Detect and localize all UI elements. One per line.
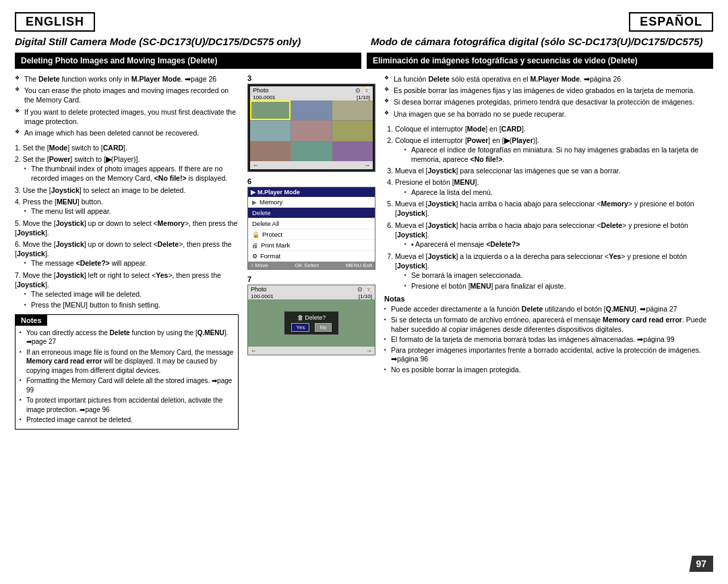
left-arrow: ← <box>253 162 259 169</box>
menu-delete-all: Delete All <box>248 218 375 229</box>
menu-protect: 🔒 Protect <box>248 229 375 240</box>
header-row: ENGLISH ESPAÑOL <box>15 12 713 32</box>
notas-list: Puede acceder directamente a la función … <box>384 305 713 374</box>
del-card-icon: 🃏 <box>365 286 372 293</box>
photo-grid <box>250 100 373 161</box>
note-1: You can directly access the Delete funct… <box>20 328 234 347</box>
en-steps: 1. Set the [Mode] switch to [CARD]. 2. S… <box>15 143 239 310</box>
memory-label: Memory <box>260 198 282 206</box>
memory-icon: ▶ <box>252 199 257 206</box>
menu-status-bar: ↕ Move OK Select MENU Exit <box>248 262 375 269</box>
es-step-7: Mueva el [Joystick] a la izquierda o a l… <box>395 252 713 291</box>
delete-photo-area: 🗑 Delete? Yes No <box>248 299 375 347</box>
screen-num-3: 3 <box>247 74 375 82</box>
menu-screen-6: ▶ M.Player Mode ▶ Memory Delete Delete A… <box>247 187 375 270</box>
photo-cell-8 <box>291 142 332 161</box>
es-bullet-4: Una imagen que se ha borrado no se puede… <box>384 109 713 119</box>
del-screen-icons: ⊙ 🃏 <box>357 286 372 293</box>
en-step-5: 5. Move the [Joystick] up or down to sel… <box>15 218 239 237</box>
en-step-4: 4. Press the [MENU] button. The menu lis… <box>15 197 239 216</box>
es-step-6: Mueva el [Joystick] hacia arriba o hacia… <box>395 221 713 250</box>
nota-5: No es posible borrar la imagen protegida… <box>384 366 713 375</box>
screenshots-column: 3 Photo ⊙ 🃏 100-0001 [1/10] <box>244 74 379 572</box>
content-wrapper: The Delete function works only in M.Play… <box>15 74 713 572</box>
en-step-7: 7. Move the [Joystick] left or right to … <box>15 270 239 310</box>
del-cam-icon: ⊙ <box>357 286 363 293</box>
en-step-3: 3. Use the [Joystick] to select an image… <box>15 185 239 195</box>
en-step-2-sub: The thumbnail index of photo images appe… <box>24 165 239 183</box>
title-spanish: Modo de cámara fotográfica digital (sólo… <box>368 36 713 47</box>
en-bullet-2: You can erase the photo images and movin… <box>15 86 239 105</box>
screenshot-6: 6 ▶ M.Player Mode ▶ Memory Delete <box>247 177 375 270</box>
en-bullet-1: The Delete function works only in M.Play… <box>15 74 239 84</box>
es-step-2: Coloque el interruptor [Power] en [▶(Pla… <box>395 136 713 164</box>
menu-delete: Delete <box>248 208 375 218</box>
es-bullet-1: La función Delete sólo está operativa en… <box>384 74 713 84</box>
print-mark-label: Print Mark <box>261 241 290 249</box>
card-icon: 🃏 <box>363 87 370 94</box>
screen-bottom-bar-3: ← → <box>250 161 373 169</box>
delete-btns: Yes No <box>291 323 331 332</box>
del-index: [1/10] <box>359 293 372 299</box>
es-steps: Coloque el interruptor [Mode] en [CARD].… <box>384 124 713 291</box>
es-step-3: Mueva el [Joystick] para seleccionar las… <box>395 166 713 175</box>
en-intro-bullets: The Delete function works only in M.Play… <box>15 74 239 138</box>
notes-title: Notes <box>16 315 47 326</box>
note-3: Formatting the Memory Card will delete a… <box>20 376 234 395</box>
format-icon: ⚙ <box>252 253 257 260</box>
es-step-1: Coloque el interruptor [Mode] en [CARD]. <box>395 124 713 134</box>
screen-num-7: 7 <box>247 275 375 283</box>
en-step-7-sub1: The selected image will be deleted. <box>24 290 239 299</box>
nota-1: Puede acceder directamente a la función … <box>384 305 713 314</box>
menu-exit-label: MENU Exit <box>346 262 372 268</box>
note-2: If an erroneous image file is found on t… <box>20 348 234 376</box>
es-intro-bullets: La función Delete sólo está operativa en… <box>384 74 713 119</box>
play-icon: ▶ <box>251 189 255 196</box>
spanish-column: La función Delete sólo está operativa en… <box>379 74 713 572</box>
es-bullet-3: Si desea borrar imágenes protegidas, pri… <box>384 97 713 107</box>
en-step-4-sub: The menu list will appear. <box>24 207 239 216</box>
en-bullet-4: An image which has been deleted cannot b… <box>15 128 239 138</box>
en-step-7-sub2: Press the [MENU] button to finish settin… <box>24 301 239 310</box>
menu-items-list: ▶ Memory Delete Delete All 🔒 Protect <box>248 197 375 262</box>
delete-dialog-title: 🗑 Delete? <box>291 314 331 321</box>
screenshot-3: 3 Photo ⊙ 🃏 100-0001 [1/10] <box>247 74 375 172</box>
no-button[interactable]: No <box>315 323 331 332</box>
photo-cell-2 <box>291 100 332 120</box>
english-column: The Delete function works only in M.Play… <box>15 74 244 572</box>
section-header-spanish: Eliminación de imágenes fotográficas y s… <box>367 53 713 69</box>
delete-label: Delete <box>252 209 270 216</box>
photo-label-del: Photo <box>251 286 267 293</box>
protect-label: Protect <box>262 231 282 238</box>
en-step-1: 1. Set the [Mode] switch to [CARD]. <box>15 143 239 152</box>
format-label: Format <box>260 252 280 260</box>
note-5: Protected image cannot be deleted. <box>20 415 234 425</box>
screenshot-7: 7 Photo ⊙ 🃏 100-0001 [1/10] <box>247 275 375 355</box>
delete-all-label: Delete All <box>252 220 279 227</box>
screen-num-6: 6 <box>247 177 375 185</box>
page-number: 97 <box>689 556 713 572</box>
es-step-7-sub1: Se borrará la imagen seleccionada. <box>404 271 713 281</box>
nota-2: Si se detecta un formato de archivo erró… <box>384 316 713 334</box>
photo-cell-4 <box>250 121 291 140</box>
menu-format: ⚙ Format <box>248 251 375 262</box>
menu-print-mark: 🖨 Print Mark <box>248 240 375 251</box>
screen-icons-3: ⊙ 🃏 <box>355 87 370 94</box>
photo-cell-9 <box>332 142 373 161</box>
note-4: To protect important pictures from accid… <box>20 396 234 414</box>
photo-label: Photo <box>253 87 269 94</box>
nota-3: El formato de la tarjeta de memoria borr… <box>384 335 713 345</box>
nota-4: Para proteger imágenes importantes frent… <box>384 346 713 364</box>
del-left-arrow: ← <box>251 347 257 354</box>
es-step-4-sub: Aparece la lista del menú. <box>404 188 713 198</box>
ok-select-label: OK Select <box>295 262 319 268</box>
del-right-arrow: → <box>366 347 372 354</box>
yes-button[interactable]: Yes <box>291 323 309 332</box>
protect-icon: 🔒 <box>252 231 260 238</box>
menu-memory: ▶ Memory <box>248 197 375 208</box>
es-step-4: Presione el botón [MENU]. Aparece la lis… <box>395 177 713 197</box>
print-mark-icon: 🖨 <box>252 242 258 249</box>
notes-content: You can directly access the Delete funct… <box>16 326 238 429</box>
screen-top-bar-3: Photo ⊙ 🃏 <box>250 86 373 94</box>
del-file-num: 100-0001 <box>251 293 274 299</box>
